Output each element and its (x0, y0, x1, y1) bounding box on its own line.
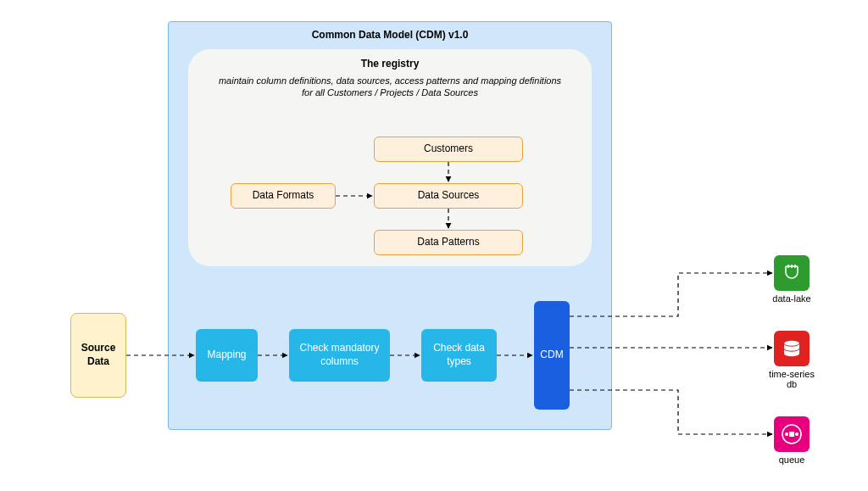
cdm-box: CDM (534, 301, 570, 410)
queue-icon (774, 416, 810, 452)
registry-subtitle: maintain column definitions, data source… (214, 75, 566, 99)
data-formats-box: Data Formats (231, 183, 336, 209)
mapping-box: Mapping (196, 329, 258, 382)
queue-label: queue (766, 455, 817, 465)
time-series-db-icon (774, 331, 810, 366)
svg-rect-4 (789, 432, 794, 437)
time-series-db-label: time-series db (766, 369, 817, 389)
svg-point-3 (795, 432, 798, 436)
svg-point-2 (785, 432, 788, 436)
data-patterns-box: Data Patterns (374, 230, 523, 255)
data-lake-label: data-lake (766, 293, 817, 304)
data-lake-icon (774, 255, 810, 291)
source-data-box: Source Data (70, 313, 126, 398)
check-mandatory-box: Check mandatory columns (289, 329, 390, 382)
customers-box: Customers (374, 137, 523, 162)
check-types-box: Check data types (421, 329, 497, 382)
registry-title: The registry (188, 58, 592, 71)
data-sources-box: Data Sources (374, 183, 523, 209)
container-title: Common Data Model (CDM) v1.0 (169, 29, 611, 42)
